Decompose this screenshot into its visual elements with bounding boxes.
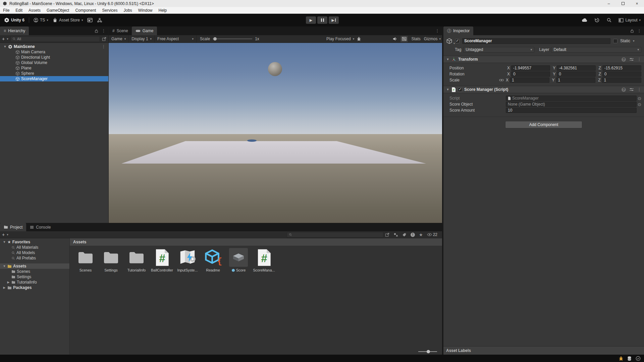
rotation-x-field[interactable]: 0: [511, 71, 550, 77]
play-focused-dropdown[interactable]: Play Focused ▾: [324, 35, 357, 43]
hierarchy-item-sphere[interactable]: Sphere: [0, 71, 108, 76]
lock-icon[interactable]: [95, 29, 98, 33]
foldout-open-icon[interactable]: ▼: [446, 58, 449, 61]
asset-item-scoremanager[interactable]: ScoreMana...: [252, 248, 276, 272]
activity-check-icon[interactable]: [636, 356, 641, 361]
scale-y-field[interactable]: 1: [556, 77, 596, 83]
tab-game[interactable]: Game: [132, 26, 157, 35]
favorites-star-icon[interactable]: ★: [419, 232, 423, 237]
collab-icon[interactable]: [97, 18, 102, 23]
menu-component[interactable]: Component: [72, 8, 99, 13]
package-manager-icon[interactable]: [87, 18, 93, 22]
presets-icon[interactable]: [629, 87, 634, 92]
asset-item-ballcontroller[interactable]: BallController: [150, 248, 174, 272]
thumbnail-size-slider[interactable]: [418, 351, 437, 352]
asset-item-scenes[interactable]: Scenes: [73, 248, 98, 272]
tab-scene[interactable]: # Scene: [109, 26, 132, 35]
tab-inspector[interactable]: i Inspector: [443, 26, 473, 35]
favorite-all-materials[interactable]: All Materials: [0, 245, 69, 250]
create-add-button[interactable]: +: [2, 36, 5, 42]
menu-assets[interactable]: Assets: [25, 8, 44, 13]
menu-help[interactable]: Help: [156, 8, 170, 13]
play-button[interactable]: ▶: [306, 16, 316, 24]
asset-store-dropdown[interactable]: Asset Store ▾: [53, 18, 83, 22]
project-search-input[interactable]: [287, 232, 383, 238]
hierarchy-item-main-camera[interactable]: Main Camera: [0, 49, 108, 55]
create-add-button[interactable]: +: [2, 232, 5, 237]
favorite-all-models[interactable]: All Models: [0, 250, 69, 255]
hierarchy-item-plane[interactable]: Plane: [0, 65, 108, 71]
static-checkbox[interactable]: [613, 39, 618, 43]
cloud-icon[interactable]: [582, 18, 588, 22]
step-button[interactable]: ▶: [329, 16, 339, 24]
aspect-dropdown[interactable]: Free Aspect ▾: [155, 35, 197, 43]
transform-component-header[interactable]: ▼ Transform ? ⋮: [443, 56, 644, 63]
hierarchy-item-global-volume[interactable]: Global Volume: [0, 60, 108, 65]
menu-edit[interactable]: Edit: [12, 8, 25, 13]
pause-button[interactable]: [317, 16, 327, 24]
layer-dropdown[interactable]: Default ▾: [551, 47, 641, 53]
favorites-row[interactable]: ▼ ★ Favorites: [0, 239, 69, 245]
hierarchy-scene-row[interactable]: ▼ MainScene ⋮: [0, 44, 108, 49]
foldout-closed-icon[interactable]: ▶: [7, 281, 10, 284]
object-name-field[interactable]: ScoreManager: [462, 38, 610, 44]
menu-file[interactable]: File: [0, 8, 12, 13]
tab-project[interactable]: Project: [0, 223, 26, 231]
help-icon[interactable]: ?: [622, 87, 626, 92]
scale-x-field[interactable]: 1: [510, 77, 549, 83]
scale-z-field[interactable]: 1: [602, 77, 641, 83]
mute-audio-icon[interactable]: [392, 37, 397, 41]
importance-filter-icon[interactable]: !: [411, 233, 415, 237]
tag-dropdown[interactable]: Untagged ▾: [463, 47, 534, 53]
script-component-header[interactable]: ▼ Score Manager (Script) ? ⋮: [443, 86, 644, 93]
tree-folder-scenes[interactable]: Scenes: [0, 269, 69, 274]
tree-folder-settings[interactable]: Settings: [0, 274, 69, 280]
constrain-proportions-icon[interactable]: [499, 79, 504, 81]
foldout-open-icon[interactable]: ▼: [3, 45, 7, 48]
object-picker-icon[interactable]: ⊙: [638, 96, 641, 101]
search-icon[interactable]: [606, 17, 612, 23]
menu-gameobject[interactable]: GameObject: [44, 8, 72, 13]
chevron-down-icon[interactable]: ▾: [7, 233, 8, 236]
asset-item-inputsystem[interactable]: InputSyste...: [175, 248, 200, 272]
position-x-field[interactable]: -1.949557: [511, 65, 550, 71]
open-search-window-icon[interactable]: [385, 233, 389, 237]
menu-services[interactable]: Services: [99, 8, 120, 13]
menu-window[interactable]: Window: [135, 8, 156, 13]
stats-toggle[interactable]: Stats: [411, 37, 420, 41]
asset-item-readme[interactable]: Readme: [201, 248, 225, 272]
presets-icon[interactable]: [629, 57, 634, 61]
lock-icon[interactable]: [630, 29, 634, 33]
minimize-button[interactable]: –: [602, 0, 616, 7]
rotation-y-field[interactable]: 0: [557, 71, 596, 77]
undo-history-icon[interactable]: [594, 17, 600, 23]
hidden-count-toggle[interactable]: 22: [427, 232, 437, 237]
rotation-z-field[interactable]: 0: [602, 71, 641, 77]
kebab-menu-icon[interactable]: ⋮: [637, 87, 641, 92]
search-by-label-icon[interactable]: [402, 233, 407, 237]
scale-slider[interactable]: [213, 39, 252, 39]
component-enabled-checkbox[interactable]: [458, 87, 462, 92]
help-icon[interactable]: ?: [622, 57, 626, 62]
asset-item-tutorialinfo[interactable]: TutorialInfo: [124, 248, 149, 272]
debug-bug-icon[interactable]: [357, 37, 361, 41]
tree-folder-tutorialinfo[interactable]: ▶ TutorialInfo: [0, 280, 69, 285]
kebab-menu-icon[interactable]: ⋮: [102, 28, 106, 33]
asset-labels-bar[interactable]: Asset Labels: [443, 346, 644, 355]
menu-jobs[interactable]: Jobs: [120, 8, 135, 13]
cache-server-icon[interactable]: [627, 356, 632, 361]
chevron-down-icon[interactable]: ▾: [633, 40, 635, 43]
game-mode-dropdown[interactable]: Game ▾: [109, 35, 129, 43]
bug-report-icon[interactable]: [619, 356, 623, 361]
favorite-all-prefabs[interactable]: All Prefabs: [0, 255, 69, 261]
hierarchy-item-directional-light[interactable]: Directional Light: [0, 55, 108, 60]
asset-item-score[interactable]: Score: [226, 248, 251, 272]
packages-row[interactable]: ▶ Packages: [0, 285, 69, 290]
game-render-view[interactable]: [109, 43, 442, 223]
scale-slider-thumb[interactable]: [213, 37, 217, 41]
layout-dropdown[interactable]: Layout ▾: [619, 18, 641, 22]
score-amount-field[interactable]: 10: [506, 108, 637, 113]
position-y-field[interactable]: -4.382561: [557, 65, 596, 71]
maximize-button[interactable]: [616, 0, 630, 7]
gameobject-icon-button[interactable]: ▾: [446, 38, 452, 44]
